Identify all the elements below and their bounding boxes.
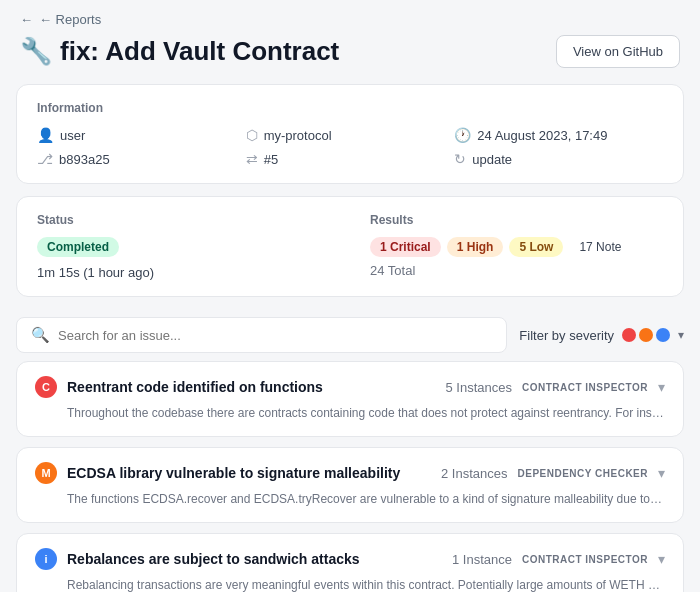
search-input[interactable] — [58, 328, 492, 343]
status-results-card: Status Completed 1m 15s (1 hour ago) Res… — [16, 196, 684, 297]
medium-circle-2: M — [35, 462, 57, 484]
total-text: 24 Total — [370, 263, 663, 278]
critical-badge: 1 Critical — [370, 237, 441, 257]
search-filter-row: 🔍 Filter by severity ▾ — [0, 309, 700, 361]
info-pr-text: #5 — [264, 152, 278, 167]
issue-card-1[interactable]: C Reentrant code identified on functions… — [16, 361, 684, 437]
issue-right-2: 2 Instances DEPENDENCY CHECKER ▾ — [441, 465, 665, 481]
instances-1: 5 Instances — [445, 380, 512, 395]
update-icon: ↻ — [454, 151, 466, 167]
medium-dot[interactable] — [639, 328, 653, 342]
info-commit: ⎇ b893a25 — [37, 151, 246, 167]
info-user-text: user — [60, 128, 85, 143]
breadcrumb[interactable]: ← ← Reports — [0, 0, 700, 27]
issue-title-1: Reentrant code identified on functions — [67, 379, 323, 395]
status-time: 1m 15s (1 hour ago) — [37, 265, 330, 280]
info-dot[interactable] — [656, 328, 670, 342]
issue-right-1: 5 Instances CONTRACT INSPECTOR ▾ — [445, 379, 665, 395]
note-badge: 17 Note — [569, 237, 631, 257]
expand-icon-2[interactable]: ▾ — [658, 465, 665, 481]
issue-header-1: C Reentrant code identified on functions… — [35, 376, 665, 398]
protocol-icon: ⬡ — [246, 127, 258, 143]
info-protocol-text: my-protocol — [264, 128, 332, 143]
instances-2: 2 Instances — [441, 466, 508, 481]
critical-dot[interactable] — [622, 328, 636, 342]
view-on-github-button[interactable]: View on GitHub — [556, 35, 680, 68]
info-update-text: update — [472, 152, 512, 167]
issue-right-3: 1 Instance CONTRACT INSPECTOR ▾ — [452, 551, 665, 567]
issue-left-3: i Rebalances are subject to sandwich att… — [35, 548, 360, 570]
results-label: Results — [370, 213, 663, 227]
page-title: 🔧 fix: Add Vault Contract — [20, 36, 339, 67]
issue-left-2: M ECDSA library vulnerable to signature … — [35, 462, 400, 484]
instances-3: 1 Instance — [452, 552, 512, 567]
results-badges: 1 Critical 1 High 5 Low 17 Note — [370, 237, 663, 257]
info-datetime: 🕐 24 August 2023, 17:49 — [454, 127, 663, 143]
issue-header-3: i Rebalances are subject to sandwich att… — [35, 548, 665, 570]
expand-icon-3[interactable]: ▾ — [658, 551, 665, 567]
info-datetime-text: 24 August 2023, 17:49 — [477, 128, 607, 143]
info-user: 👤 user — [37, 127, 246, 143]
issue-desc-2: The functions ECDSA.recover and ECDSA.tr… — [35, 490, 665, 508]
issue-card-3[interactable]: i Rebalances are subject to sandwich att… — [16, 533, 684, 592]
issue-desc-1: Throughout the codebase there are contra… — [35, 404, 665, 422]
expand-icon-1[interactable]: ▾ — [658, 379, 665, 395]
tag-3: CONTRACT INSPECTOR — [522, 554, 648, 565]
info-circle-3: i — [35, 548, 57, 570]
info-pr: ⇄ #5 — [246, 151, 455, 167]
filter-row: Filter by severity ▾ — [519, 328, 684, 343]
status-results-row: Status Completed 1m 15s (1 hour ago) Res… — [37, 213, 663, 280]
wrench-icon: 🔧 — [20, 36, 52, 67]
search-box[interactable]: 🔍 — [16, 317, 507, 353]
back-arrow-icon: ← — [20, 12, 33, 27]
issue-desc-3: Rebalancing transactions are very meanin… — [35, 576, 665, 592]
critical-circle-1: C — [35, 376, 57, 398]
info-commit-text: b893a25 — [59, 152, 110, 167]
page-title-text: fix: Add Vault Contract — [60, 36, 339, 67]
status-col: Status Completed 1m 15s (1 hour ago) — [37, 213, 330, 280]
issue-header-2: M ECDSA library vulnerable to signature … — [35, 462, 665, 484]
issue-title-2: ECDSA library vulnerable to signature ma… — [67, 465, 400, 481]
results-col: Results 1 Critical 1 High 5 Low 17 Note … — [370, 213, 663, 278]
info-grid: 👤 user ⬡ my-protocol 🕐 24 August 2023, 1… — [37, 127, 663, 167]
issue-left-1: C Reentrant code identified on functions — [35, 376, 323, 398]
info-card-label: Information — [37, 101, 663, 115]
user-icon: 👤 — [37, 127, 54, 143]
info-update: ↻ update — [454, 151, 663, 167]
breadcrumb-label: ← Reports — [39, 12, 101, 27]
filter-label: Filter by severity — [519, 328, 614, 343]
info-protocol: ⬡ my-protocol — [246, 127, 455, 143]
page-header: 🔧 fix: Add Vault Contract View on GitHub — [0, 27, 700, 84]
pr-icon: ⇄ — [246, 151, 258, 167]
clock-icon: 🕐 — [454, 127, 471, 143]
status-badge: Completed — [37, 237, 119, 257]
commit-icon: ⎇ — [37, 151, 53, 167]
low-badge: 5 Low — [509, 237, 563, 257]
tag-1: CONTRACT INSPECTOR — [522, 382, 648, 393]
issue-title-3: Rebalances are subject to sandwich attac… — [67, 551, 360, 567]
status-label: Status — [37, 213, 330, 227]
search-icon: 🔍 — [31, 326, 50, 344]
filter-dots[interactable] — [622, 328, 670, 342]
tag-2: DEPENDENCY CHECKER — [517, 468, 648, 479]
info-card: Information 👤 user ⬡ my-protocol 🕐 24 Au… — [16, 84, 684, 184]
chevron-down-icon[interactable]: ▾ — [678, 328, 684, 342]
issue-card-2[interactable]: M ECDSA library vulnerable to signature … — [16, 447, 684, 523]
high-badge: 1 High — [447, 237, 504, 257]
